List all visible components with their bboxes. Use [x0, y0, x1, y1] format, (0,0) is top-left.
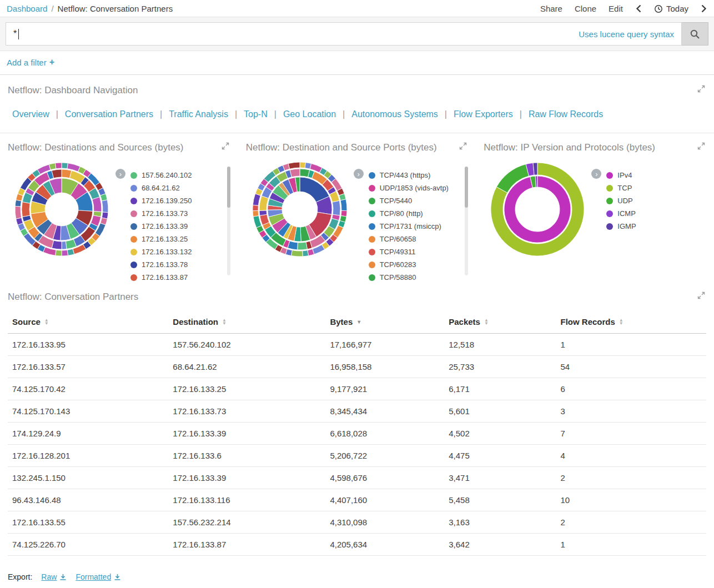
- dashboard-nav-link[interactable]: Geo Location: [283, 109, 336, 119]
- cell-bytes: 6,618,028: [325, 423, 444, 445]
- legend-color-dot: [369, 185, 375, 192]
- legend-item[interactable]: 172.16.133.39: [130, 220, 192, 233]
- legend-item[interactable]: TCP/443 (https): [369, 169, 449, 182]
- cell-bytes: 4,205,634: [325, 534, 444, 556]
- legend-label: 172.16.133.132: [142, 248, 192, 256]
- legend-item[interactable]: 172.16.133.132: [130, 245, 192, 258]
- legend-item[interactable]: TCP: [606, 182, 636, 194]
- dashboard-nav-link[interactable]: Raw Flow Records: [529, 109, 603, 119]
- cell-flow-records: 7: [556, 423, 707, 445]
- search-button[interactable]: [682, 22, 708, 46]
- panel-title: Netflow: Destinations and Sources (bytes…: [8, 142, 184, 153]
- legend-label: TCP/5440: [380, 197, 413, 205]
- cell-flow-records: 10: [556, 489, 707, 511]
- legend-item[interactable]: TCP/80 (http): [369, 207, 449, 220]
- table-row: 74.125.170.42 172.16.133.25 9,177,921 6,…: [8, 378, 706, 400]
- time-picker-button[interactable]: Today: [654, 4, 688, 13]
- time-forward-button[interactable]: [701, 4, 707, 13]
- dashboard-nav-link[interactable]: Conversation Partners: [65, 109, 153, 119]
- chevron-right-circle-icon[interactable]: ›: [115, 169, 125, 179]
- table-row: 172.16.128.201 172.16.133.6 5,206,722 4,…: [8, 445, 706, 467]
- legend-item[interactable]: ICMP: [606, 207, 636, 220]
- cell-packets: 3,642: [444, 534, 556, 556]
- export-raw-link[interactable]: Raw: [41, 572, 67, 581]
- column-header[interactable]: Destination ▲▼ ▼: [168, 310, 325, 334]
- cell-flow-records: 1: [556, 534, 707, 556]
- legend-scrollbar[interactable]: [227, 167, 230, 275]
- dashboard-nav-item: Traffic Analysis: [153, 109, 228, 119]
- dashboard-nav-item: Autonomous Systems: [336, 109, 438, 119]
- scrollbar-thumb[interactable]: [465, 167, 468, 208]
- dashboard-nav-links: Overview Conversation Partners Traffic A…: [12, 109, 706, 133]
- legend-item[interactable]: 172.16.139.250: [130, 194, 192, 207]
- clone-button[interactable]: Clone: [575, 4, 596, 13]
- lucene-syntax-link[interactable]: Uses lucene query syntax: [579, 29, 674, 39]
- search-input[interactable]: * Uses lucene query syntax: [6, 22, 682, 46]
- legend-item[interactable]: 68.64.21.62: [130, 182, 192, 194]
- legend-item[interactable]: IPv4: [606, 169, 636, 182]
- time-back-button[interactable]: [635, 4, 642, 13]
- legend-item[interactable]: TCP/60658: [369, 233, 449, 245]
- column-header[interactable]: Bytes ▲▼ ▼: [325, 310, 444, 334]
- chevron-right-circle-icon[interactable]: ›: [591, 169, 601, 179]
- legend-color-dot: [130, 185, 137, 192]
- cell-bytes: 4,407,160: [325, 489, 444, 511]
- dashboard-nav-link[interactable]: Traffic Analysis: [169, 109, 228, 119]
- legend-item[interactable]: TCP/58880: [369, 271, 449, 284]
- panel-ip-version-and-protocols: Netflow: IP Version and Protocols (bytes…: [476, 133, 714, 285]
- donut-chart[interactable]: [484, 155, 591, 263]
- legend-label: TCP/1731 (msiccp): [380, 222, 441, 230]
- legend-item[interactable]: UDP/1853 (vids-avtp): [369, 182, 449, 194]
- dashboard-nav-link[interactable]: Autonomous Systems: [351, 109, 438, 119]
- legend-item[interactable]: IGMP: [606, 220, 636, 233]
- expand-panel-icon[interactable]: [458, 141, 468, 153]
- table-body: 172.16.133.95 157.56.240.102 17,166,977 …: [8, 334, 706, 556]
- legend-label: ICMP: [617, 209, 636, 218]
- expand-panel-icon[interactable]: [220, 141, 230, 153]
- add-filter-link[interactable]: Add a filter +: [7, 57, 54, 67]
- scrollbar-thumb[interactable]: [227, 167, 230, 208]
- legend-color-dot: [606, 223, 613, 230]
- legend-item[interactable]: 172.16.133.25: [130, 233, 192, 245]
- dashboard-nav-link[interactable]: Flow Exporters: [454, 109, 513, 119]
- column-header[interactable]: Source ▲▼ ▼: [8, 310, 168, 334]
- column-header[interactable]: Packets ▲▼ ▼: [444, 310, 556, 334]
- legend-color-dot: [369, 262, 375, 268]
- share-button[interactable]: Share: [540, 4, 562, 13]
- legend-item[interactable]: 172.16.133.78: [130, 258, 192, 271]
- table-row: 172.16.133.57 68.64.21.62 16,958,158 25,…: [8, 356, 706, 378]
- legend-item[interactable]: 172.16.133.73: [130, 207, 192, 220]
- download-icon: [114, 574, 121, 581]
- legend-color-dot: [130, 274, 137, 281]
- legend-item[interactable]: 172.16.133.87: [130, 271, 192, 284]
- sunburst-chart[interactable]: [8, 155, 115, 263]
- dashboard-nav-item: Raw Flow Records: [513, 109, 603, 119]
- cell-destination: 172.16.133.116: [168, 489, 325, 511]
- expand-panel-icon[interactable]: [696, 141, 706, 153]
- chevron-right-circle-icon[interactable]: ›: [354, 169, 364, 179]
- column-header[interactable]: Flow Records ▲▼ ▼: [556, 310, 707, 334]
- legend-color-dot: [130, 198, 137, 204]
- cell-source: 74.125.226.70: [8, 534, 168, 556]
- dashboard-nav-link[interactable]: Top-N: [244, 109, 268, 119]
- legend-item[interactable]: UDP: [606, 194, 636, 207]
- legend-item[interactable]: TCP/49311: [369, 245, 449, 258]
- edit-button[interactable]: Edit: [609, 4, 623, 13]
- breadcrumb-dashboard-link[interactable]: Dashboard: [7, 4, 47, 13]
- sunburst-chart[interactable]: [246, 155, 354, 263]
- expand-panel-icon[interactable]: [696, 84, 706, 96]
- legend-item[interactable]: TCP/60283: [369, 258, 449, 271]
- cell-packets: 12,518: [444, 334, 556, 356]
- legend-item[interactable]: TCP/1731 (msiccp): [369, 220, 449, 233]
- legend-color-dot: [369, 172, 375, 179]
- legend-label: TCP/58880: [380, 273, 416, 282]
- legend-item[interactable]: 157.56.240.102: [130, 169, 192, 182]
- cell-flow-records: 4: [556, 445, 707, 467]
- legend-scrollbar[interactable]: [465, 167, 468, 275]
- cell-bytes: 4,598,676: [325, 467, 444, 489]
- expand-panel-icon[interactable]: [696, 290, 706, 302]
- legend-item[interactable]: TCP/5440: [369, 194, 449, 207]
- legend-color-dot: [130, 262, 137, 268]
- export-formatted-link[interactable]: Formatted: [76, 572, 121, 581]
- dashboard-nav-link[interactable]: Overview: [12, 109, 49, 119]
